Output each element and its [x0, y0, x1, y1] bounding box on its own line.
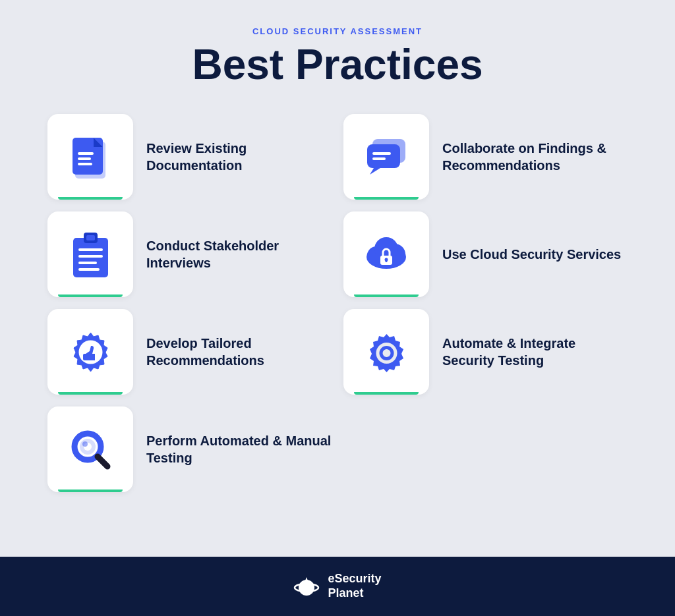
magnifier-icon	[67, 426, 114, 473]
svg-point-35	[82, 441, 88, 447]
cloud-security-icon	[361, 231, 412, 278]
icon-box-review-docs	[47, 114, 133, 200]
subtitle: CLOUD SECURITY ASSESSMENT	[252, 26, 423, 36]
icon-box-manual-testing	[47, 406, 133, 492]
chat-icon	[362, 134, 411, 180]
svg-marker-11	[370, 168, 380, 175]
svg-point-30	[382, 349, 390, 357]
card-manual-testing: Perform Automated & Manual Testing	[47, 406, 332, 492]
clipboard-icon	[69, 229, 112, 280]
icon-box-collaborate	[343, 114, 429, 200]
icon-box-cloud-security	[343, 211, 429, 297]
footer: eSecurity Planet	[0, 557, 675, 616]
svg-point-36	[299, 580, 314, 596]
cards-grid: Review Existing Documentation Collaborat…	[47, 114, 628, 492]
icon-box-automate	[343, 309, 429, 395]
svg-rect-5	[78, 157, 91, 160]
card-tailored-recs: Develop Tailored Recommendations	[47, 309, 332, 395]
card-review-docs: Review Existing Documentation	[47, 114, 332, 200]
svg-rect-15	[78, 248, 103, 251]
svg-rect-8	[367, 144, 400, 168]
svg-line-33	[98, 457, 107, 466]
svg-rect-14	[86, 235, 95, 240]
badge-thumbsup-icon	[66, 327, 115, 377]
main-content: CLOUD SECURITY ASSESSMENT Best Practices	[0, 0, 675, 557]
empty-cell	[343, 406, 628, 492]
svg-rect-6	[78, 163, 92, 165]
icon-box-stakeholder	[47, 211, 133, 297]
svg-rect-25	[386, 260, 388, 262]
card-label-tailored-recs: Develop Tailored Recommendations	[146, 335, 332, 369]
card-collaborate: Collaborate on Findings & Recommendation…	[343, 114, 628, 200]
svg-rect-16	[78, 255, 103, 258]
security-gear-icon	[362, 327, 411, 377]
card-label-stakeholder: Conduct Stakeholder Interviews	[146, 237, 332, 271]
footer-brand: eSecurity Planet	[328, 572, 381, 600]
card-label-manual-testing: Perform Automated & Manual Testing	[146, 432, 332, 466]
card-label-automate: Automate & Integrate Security Testing	[442, 335, 628, 369]
svg-rect-27	[83, 354, 87, 360]
card-label-review-docs: Review Existing Documentation	[146, 140, 332, 174]
svg-rect-17	[78, 262, 97, 264]
document-icon	[67, 132, 113, 182]
svg-rect-9	[372, 152, 391, 155]
svg-rect-18	[78, 268, 100, 271]
card-label-cloud-security: Use Cloud Security Services	[442, 246, 628, 263]
svg-rect-4	[78, 152, 94, 155]
card-label-collaborate: Collaborate on Findings & Recommendation…	[442, 140, 628, 174]
page-title: Best Practices	[192, 42, 483, 88]
card-stakeholder: Conduct Stakeholder Interviews	[47, 211, 332, 297]
card-cloud-security: Use Cloud Security Services	[343, 211, 628, 297]
card-automate: Automate & Integrate Security Testing	[343, 309, 628, 395]
esecurity-planet-logo-icon	[293, 573, 320, 600]
svg-rect-10	[372, 157, 386, 160]
icon-box-tailored-recs	[47, 309, 133, 395]
